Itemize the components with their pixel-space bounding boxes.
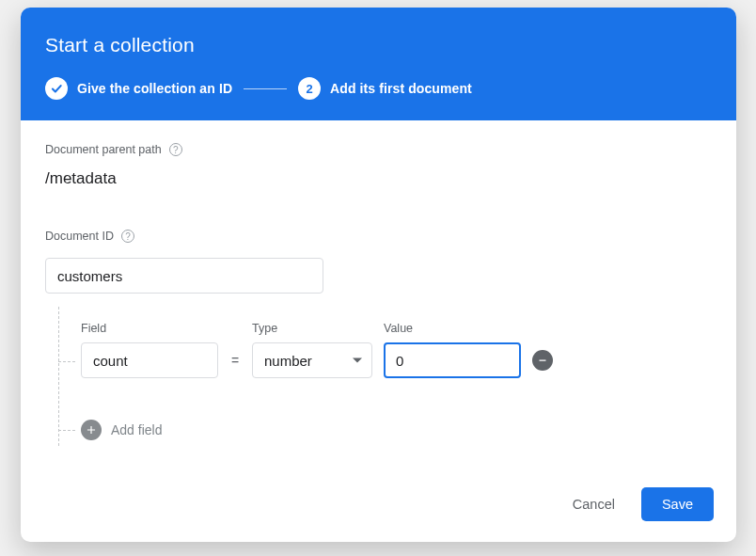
plus-icon bbox=[81, 420, 102, 440]
modal-footer: Cancel Save bbox=[21, 474, 736, 542]
tree-branch bbox=[58, 361, 75, 362]
field-type-select[interactable]: number bbox=[252, 342, 372, 378]
chevron-down-icon bbox=[353, 358, 362, 363]
step-1[interactable]: Give the collection an ID bbox=[45, 77, 232, 100]
field-row: Field Type Value = number bbox=[58, 307, 712, 378]
help-icon[interactable]: ? bbox=[121, 230, 134, 243]
equals-sign: = bbox=[229, 353, 241, 368]
tree-branch bbox=[58, 430, 75, 431]
cancel-button[interactable]: Cancel bbox=[569, 489, 619, 519]
modal-title: Start a collection bbox=[45, 34, 712, 56]
field-type-value: number bbox=[264, 353, 312, 369]
modal-body: Document parent path ? /metadata Documen… bbox=[21, 120, 736, 474]
help-icon[interactable]: ? bbox=[169, 143, 182, 156]
parent-path-label-row: Document parent path ? bbox=[45, 143, 712, 156]
fields-tree: Field Type Value = number bbox=[58, 307, 712, 440]
field-name-input[interactable] bbox=[81, 342, 218, 378]
modal-header: Start a collection Give the collection a… bbox=[21, 8, 736, 120]
check-icon bbox=[45, 77, 68, 100]
column-type-label: Type bbox=[252, 322, 372, 335]
start-collection-modal: Start a collection Give the collection a… bbox=[21, 8, 736, 542]
step-number: 2 bbox=[298, 77, 321, 100]
field-value-input[interactable] bbox=[384, 342, 521, 378]
parent-path-label: Document parent path bbox=[45, 143, 162, 156]
add-field-button[interactable]: Add field bbox=[58, 420, 712, 440]
add-field-label: Add field bbox=[111, 422, 162, 437]
remove-field-button[interactable] bbox=[532, 350, 553, 371]
stepper: Give the collection an ID 2 Add its firs… bbox=[45, 77, 712, 100]
step-label: Add its first document bbox=[330, 81, 472, 96]
step-label: Give the collection an ID bbox=[77, 81, 232, 96]
column-value-label: Value bbox=[384, 322, 521, 335]
document-id-label: Document ID bbox=[45, 230, 114, 243]
column-field-label: Field bbox=[81, 322, 218, 335]
minus-icon bbox=[537, 355, 548, 366]
parent-path-value: /metadata bbox=[45, 169, 712, 188]
step-2[interactable]: 2 Add its first document bbox=[298, 77, 472, 100]
document-id-input[interactable] bbox=[45, 258, 323, 294]
document-id-label-row: Document ID ? bbox=[45, 230, 712, 243]
save-button[interactable]: Save bbox=[641, 487, 714, 521]
svg-rect-0 bbox=[540, 360, 546, 361]
step-connector bbox=[244, 88, 287, 89]
